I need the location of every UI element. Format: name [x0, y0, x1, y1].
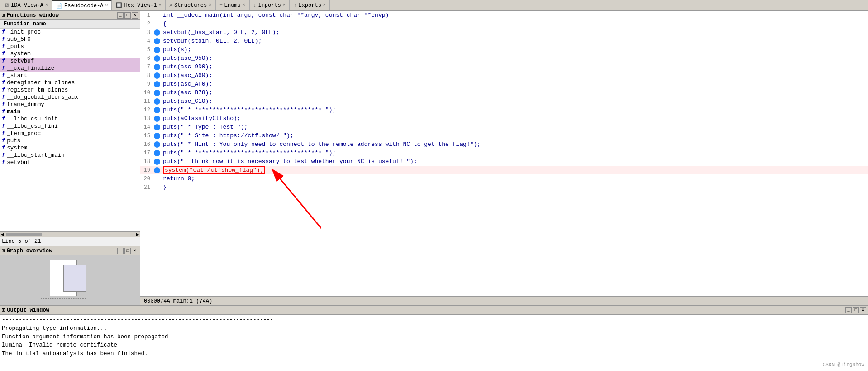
tab-close-exports[interactable]: ×	[323, 3, 326, 8]
code-line-13[interactable]: 13 puts(aClassifyCtfsho);	[140, 114, 868, 123]
breakpoint-dot[interactable]	[154, 116, 160, 122]
function-item-__libc_start_main[interactable]: f__libc_start_main	[0, 152, 140, 159]
function-item-_setvbuf[interactable]: f_setvbuf	[0, 58, 140, 65]
function-list[interactable]: f_init_procfsub_5F0f_putsf_systemf_setvb…	[0, 29, 140, 231]
tab-close-enums[interactable]: ×	[243, 3, 245, 8]
code-line-20[interactable]: 20 return 0;	[140, 174, 868, 183]
code-line-7[interactable]: 7 puts(asc_9D0);	[140, 63, 868, 71]
function-item-setvbuf[interactable]: fsetvbuf	[0, 159, 140, 166]
code-text-line-21: }	[163, 184, 167, 191]
graph-close-button[interactable]: ×	[132, 248, 138, 254]
function-item-main[interactable]: fmain	[0, 108, 140, 116]
tab-hex-view[interactable]: 🔲Hex View-1×	[112, 0, 165, 10]
scroll-left[interactable]: ◄	[0, 232, 5, 237]
horizontal-scrollbar[interactable]: ◄ ►	[0, 231, 140, 237]
output-line: Propagating type information...	[2, 324, 866, 333]
func-name-_system: _system	[7, 51, 31, 57]
output-title-bar: ⊞ Output window _ □ ×	[0, 306, 868, 315]
code-line-16[interactable]: 16 puts(" * Hint : You only need to conn…	[140, 140, 868, 149]
graph-restore-button[interactable]: □	[124, 248, 131, 254]
breakpoint-dot[interactable]	[154, 107, 160, 113]
function-item-_system[interactable]: f_system	[0, 50, 140, 58]
breakpoint-dot[interactable]	[154, 81, 160, 87]
code-text-line-17: puts(" * *******************************…	[163, 149, 336, 156]
tab-structures[interactable]: AStructures×	[166, 0, 216, 10]
breakpoint-dot[interactable]	[154, 38, 160, 44]
code-line-14[interactable]: 14 puts(" * Type : Test ");	[140, 123, 868, 131]
function-item-__do_global_dtors_aux[interactable]: f__do_global_dtors_aux	[0, 94, 140, 101]
tab-imports[interactable]: ↓Imports×	[249, 0, 290, 10]
code-line-19[interactable]: 19 system("cat /ctfshow_flag");	[140, 166, 868, 174]
tab-pseudocode[interactable]: 📄Pseudocode-A×	[52, 0, 112, 10]
breakpoint-dot[interactable]	[154, 98, 160, 105]
code-line-15[interactable]: 15 puts(" * Site : https://ctf.show/ ");	[140, 131, 868, 140]
code-line-21[interactable]: 21}	[140, 183, 868, 192]
output-close[interactable]: ×	[860, 307, 866, 313]
breakpoint-dot[interactable]	[154, 90, 160, 96]
tab-close-pseudocode[interactable]: ×	[105, 3, 108, 8]
code-line-5[interactable]: 5 puts(s);	[140, 45, 868, 54]
code-line-6[interactable]: 6 puts(asc_950);	[140, 54, 868, 63]
tab-close-hex-view[interactable]: ×	[158, 3, 161, 8]
breakpoint-dot[interactable]	[154, 141, 160, 148]
code-line-17[interactable]: 17 puts(" * ****************************…	[140, 149, 868, 157]
code-line-9[interactable]: 9 puts(asc_AF0);	[140, 80, 868, 88]
function-item-frame_dummy[interactable]: fframe_dummy	[0, 101, 140, 108]
output-line: The initial autoanalysis has been finish…	[2, 350, 866, 358]
graph-minimize-button[interactable]: _	[117, 248, 124, 254]
function-item-_init_proc[interactable]: f_init_proc	[0, 29, 140, 36]
breakpoint-dot[interactable]	[154, 167, 160, 173]
tab-close-ida-view[interactable]: ×	[45, 3, 48, 8]
scrollbar-thumb[interactable]	[6, 233, 42, 236]
tab-ida-view[interactable]: 🖥IDA View-A×	[0, 0, 52, 10]
tab-close-imports[interactable]: ×	[283, 3, 286, 8]
code-line-1[interactable]: 1int __cdecl main(int argc, const char *…	[140, 11, 868, 19]
output-restore[interactable]: □	[853, 307, 859, 313]
minimize-button[interactable]: _	[117, 12, 124, 19]
tab-enums[interactable]: ≡Enums×	[215, 0, 249, 10]
tab-exports[interactable]: ↑Exports×	[290, 0, 330, 10]
function-item-_term_proc[interactable]: f_term_proc	[0, 130, 140, 137]
tab-close-structures[interactable]: ×	[209, 3, 211, 8]
output-line: lumina: Invalid remote certificate	[2, 341, 866, 350]
graph-viewport[interactable]	[41, 258, 86, 299]
line-number: 11	[140, 98, 154, 105]
code-text-line-8: puts(asc_A60);	[163, 72, 212, 79]
function-item-_puts[interactable]: f_puts	[0, 43, 140, 50]
code-line-8[interactable]: 8 puts(asc_A60);	[140, 71, 868, 80]
function-item-register_tm_clones[interactable]: fregister_tm_clones	[0, 87, 140, 94]
breakpoint-dot[interactable]	[154, 72, 160, 79]
breakpoint-dot[interactable]	[154, 47, 160, 53]
code-line-4[interactable]: 4 setvbuf(stdin, 0LL, 2, 0LL);	[140, 37, 868, 45]
code-line-11[interactable]: 11 puts(asc_C10);	[140, 97, 868, 106]
function-item-_start[interactable]: f_start	[0, 72, 140, 79]
breakpoint-dot[interactable]	[154, 124, 160, 130]
code-line-18[interactable]: 18 puts("I think now it is necessary to …	[140, 157, 868, 166]
function-item-sub_5F0[interactable]: fsub_5F0	[0, 36, 140, 43]
breakpoint-dot[interactable]	[154, 150, 160, 156]
breakpoint-dot[interactable]	[154, 64, 160, 70]
function-item-puts[interactable]: fputs	[0, 137, 140, 145]
function-item-__cxa_finalize[interactable]: f__cxa_finalize	[0, 65, 140, 72]
scroll-right[interactable]: ►	[135, 232, 140, 237]
breakpoint-dot[interactable]	[154, 29, 160, 36]
code-line-10[interactable]: 10 puts(asc_B78);	[140, 88, 868, 97]
code-line-2[interactable]: 2{	[140, 19, 868, 28]
breakpoint-dot[interactable]	[154, 159, 160, 165]
function-item-deregister_tm_clones[interactable]: fderegister_tm_clones	[0, 79, 140, 87]
restore-button[interactable]: □	[124, 12, 131, 19]
breakpoint-dot[interactable]	[154, 55, 160, 62]
func-letter: f	[2, 101, 5, 108]
function-item-__libc_csu_fini[interactable]: f__libc_csu_fini	[0, 123, 140, 130]
func-name-__do_global_dtors_aux: __do_global_dtors_aux	[7, 94, 78, 101]
close-button[interactable]: ×	[132, 12, 138, 19]
func-letter: f	[2, 87, 5, 93]
code-content[interactable]: 1int __cdecl main(int argc, const char *…	[140, 11, 868, 296]
code-line-3[interactable]: 3 setvbuf(_bss_start, 0LL, 2, 0LL);	[140, 28, 868, 37]
output-minimize[interactable]: _	[845, 307, 852, 313]
line-number: 7	[140, 64, 154, 70]
function-item-system[interactable]: fsystem	[0, 145, 140, 152]
breakpoint-dot[interactable]	[154, 133, 160, 139]
function-item-__libc_csu_init[interactable]: f__libc_csu_init	[0, 116, 140, 123]
code-line-12[interactable]: 12 puts(" * ****************************…	[140, 106, 868, 114]
